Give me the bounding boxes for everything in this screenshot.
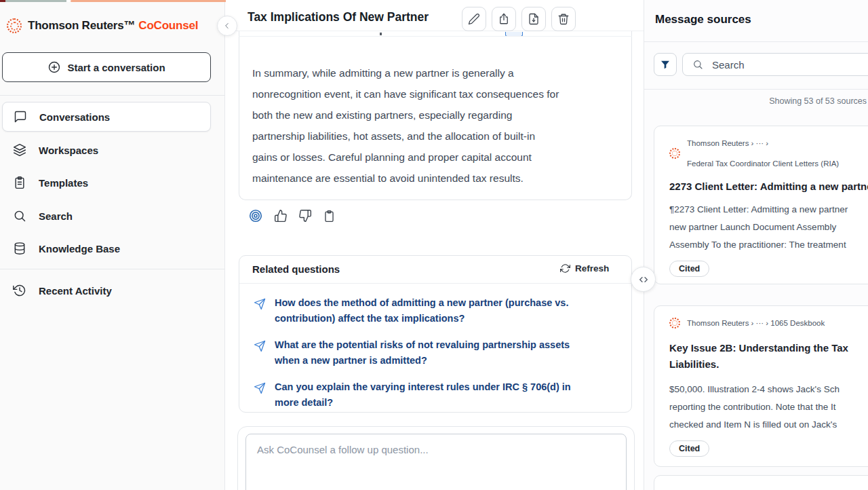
- sidebar-item-label: Recent Activity: [39, 285, 112, 297]
- history-clock-icon: [13, 284, 26, 297]
- plus-circle-icon: [47, 60, 61, 74]
- brand-logo: Thomson Reuters™CoCounsel: [7, 18, 198, 33]
- follow-up-question-input[interactable]: [245, 434, 627, 490]
- conversation-title: Tax Implications Of New Partner: [248, 10, 429, 24]
- source-title-line: Key Issue 2B: Understanding the Tax: [669, 340, 868, 356]
- sidebar-divider: [0, 95, 225, 96]
- filter-sources-button[interactable]: [654, 53, 677, 76]
- sidebar-item-search[interactable]: Search: [2, 202, 211, 229]
- chevron-left-icon: [222, 21, 232, 31]
- related-header-divider: [239, 283, 631, 284]
- related-question-text: Can you explain the varying interest rul…: [275, 379, 571, 411]
- question-line: How does the method of admitting a new p…: [275, 295, 568, 311]
- message-feedback-toolbar: [248, 208, 336, 223]
- message-line: partnership liabilities, hot assets, and…: [252, 126, 624, 147]
- sidebar-item-knowledge-base[interactable]: Knowledge Base: [2, 235, 211, 262]
- source-card-2[interactable]: Thomson Reuters › ··· › 1065 Deskbook Ke…: [654, 305, 868, 467]
- panel-resize-handle[interactable]: [631, 267, 656, 292]
- search-icon: [692, 59, 703, 70]
- snippet-line: reporting the contribution. Note that th…: [669, 398, 868, 416]
- export-document-button[interactable]: [521, 7, 546, 31]
- speech-bubble-icon: [14, 110, 27, 124]
- breadcrumb-line: Federal Tax Coordinator Client Letters (…: [687, 157, 839, 170]
- copy-icon[interactable]: [323, 210, 336, 223]
- sidebar-item-templates[interactable]: Templates: [2, 169, 211, 196]
- layers-icon: [13, 143, 26, 157]
- start-conversation-label: Start a conversation: [67, 62, 165, 73]
- cited-badge: Cited: [669, 261, 709, 277]
- related-questions-title: Related questions: [252, 263, 340, 275]
- source-card-1[interactable]: Thomson Reuters › ··· › Federal Tax Coor…: [654, 126, 868, 284]
- sidebar-item-label: Search: [39, 210, 73, 222]
- refresh-button[interactable]: Refresh: [560, 263, 609, 274]
- sidebar: Thomson Reuters™CoCounsel Start a conver…: [0, 2, 225, 490]
- sidebar-item-conversations[interactable]: Conversations: [2, 102, 211, 132]
- breadcrumb-line: Thomson Reuters › ··· ›: [687, 137, 839, 149]
- snippet-line: Assembly To the practitioner: The treatm…: [669, 236, 868, 254]
- thumbs-up-icon[interactable]: [274, 209, 288, 223]
- question-line: contribution) affect the tax implication…: [275, 311, 568, 326]
- question-line: more detail?: [275, 395, 571, 411]
- thomson-reuters-logo-icon: [669, 148, 680, 159]
- message-line: maintenance are essential to avoid unint…: [252, 168, 624, 189]
- related-question-2[interactable]: What are the potential risks of not reva…: [254, 337, 623, 369]
- start-conversation-button[interactable]: Start a conversation: [2, 52, 211, 82]
- source-title: 2273 Client Letter: Admitting a new part…: [669, 178, 868, 195]
- brand-cocounsel: CoCounsel: [138, 19, 198, 32]
- related-question-1[interactable]: How does the method of admitting a new p…: [254, 295, 623, 326]
- share-button[interactable]: [492, 7, 516, 31]
- sources-search-input[interactable]: [712, 59, 868, 71]
- paper-plane-icon: [254, 340, 266, 369]
- trash-icon: [557, 13, 570, 25]
- code-chevrons-icon: [638, 274, 649, 285]
- question-line: What are the potential risks of not reva…: [275, 337, 570, 353]
- source-title-line: 2273 Client Letter: Admitting a new part…: [669, 178, 868, 195]
- thomson-reuters-logo-icon: [669, 318, 680, 328]
- magnifier-icon: [13, 209, 26, 223]
- source-snippet: ¶2273 Client Letter: Admitting a new par…: [669, 201, 868, 254]
- brand-text: Thomson Reuters™CoCounsel: [28, 19, 198, 33]
- message-line: In summary, while admitting a new partne…: [252, 62, 624, 83]
- related-question-text: How does the method of admitting a new p…: [275, 295, 568, 326]
- sources-count-label: Showing 53 of 53 sources: [644, 96, 867, 106]
- sidebar-item-workspaces[interactable]: Workspaces: [2, 136, 211, 164]
- pencil-icon: [468, 13, 480, 25]
- assistant-message-text: In summary, while admitting a new partne…: [252, 62, 624, 189]
- grounding-sources-icon[interactable]: [248, 208, 263, 223]
- thumbs-down-icon[interactable]: [298, 209, 312, 223]
- source-title-line: Liabilities.: [669, 356, 868, 373]
- delete-button[interactable]: [551, 7, 576, 31]
- message-line: nonrecognition event, it can have signif…: [252, 83, 624, 105]
- database-icon: [13, 242, 26, 255]
- source-breadcrumb: Thomson Reuters › ··· › 1065 Deskbook: [669, 317, 868, 329]
- breadcrumb-line: Thomson Reuters › ··· › 1065 Deskbook: [687, 317, 825, 329]
- funnel-icon: [660, 59, 671, 70]
- source-card-3[interactable]: [654, 475, 868, 490]
- sidebar-item-label: Workspaces: [39, 145, 98, 156]
- sidebar-item-recent-activity[interactable]: Recent Activity: [2, 277, 211, 304]
- thomson-reuters-logo-icon: [7, 18, 22, 33]
- cited-badge: Cited: [669, 440, 709, 457]
- clipped-text-fragment: [380, 33, 382, 35]
- snippet-line: ¶2273 Client Letter: Admitting a new par…: [669, 201, 868, 219]
- related-question-3[interactable]: Can you explain the varying interest rul…: [254, 379, 623, 411]
- message-sources-title: Message sources: [655, 13, 751, 26]
- refresh-icon: [560, 263, 570, 274]
- collapse-sidebar-button[interactable]: [217, 16, 237, 36]
- clipboard-icon: [13, 176, 26, 189]
- panel-divider: [644, 41, 868, 42]
- question-line: when a new partner is admitted?: [275, 353, 570, 369]
- sources-search-box[interactable]: [682, 53, 868, 76]
- source-snippet: $50,000. Illustration 2-4 shows Jack's S…: [669, 381, 868, 434]
- snippet-line: checked and Item N is filled out on Jack…: [669, 416, 868, 434]
- sidebar-item-label: Knowledge Base: [39, 243, 120, 255]
- paper-plane-icon: [254, 298, 266, 326]
- share-icon: [498, 13, 510, 25]
- paper-plane-icon: [254, 382, 266, 411]
- question-line: Can you explain the varying interest rul…: [275, 379, 571, 395]
- message-line: both the new and existing partners, espe…: [252, 105, 624, 126]
- sidebar-divider: [0, 269, 225, 269]
- source-title: Key Issue 2B: Understanding the Tax Liab…: [669, 340, 868, 373]
- related-question-text: What are the potential risks of not reva…: [275, 337, 570, 369]
- edit-title-button[interactable]: [462, 7, 486, 31]
